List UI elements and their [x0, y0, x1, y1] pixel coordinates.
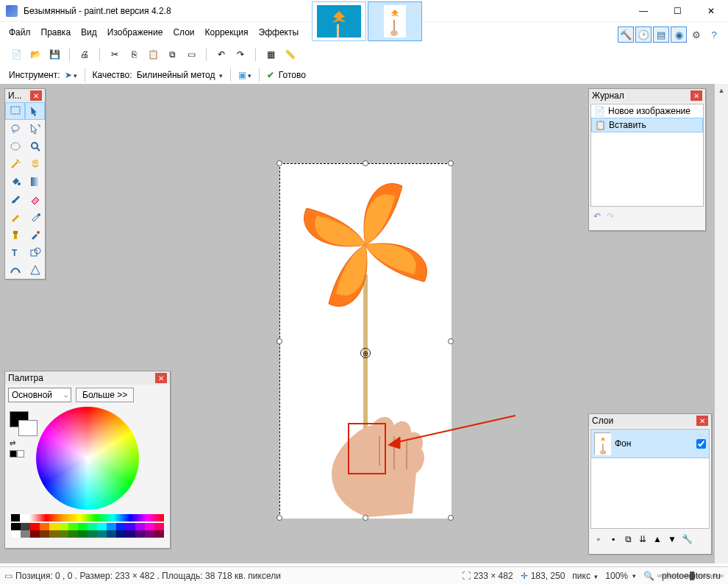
layer-row[interactable]: Фон: [591, 430, 709, 458]
vertical-scrollbar[interactable]: ▲: [715, 84, 728, 563]
help-icon[interactable]: ?: [706, 26, 722, 43]
paste-icon: 📋: [595, 120, 606, 130]
deselect-icon[interactable]: ▭: [184, 47, 199, 62]
units-dropdown[interactable]: пикс ▾: [572, 571, 598, 581]
svg-point-12: [32, 143, 38, 149]
layer-visible-checkbox[interactable]: [696, 439, 706, 449]
tool-zoom[interactable]: [25, 138, 45, 155]
copy-icon[interactable]: ⎘: [126, 47, 141, 62]
minimize-button[interactable]: —: [627, 0, 660, 22]
save-icon[interactable]: 💾: [47, 47, 62, 62]
tool-clone[interactable]: [5, 226, 25, 243]
history-panel[interactable]: Журнал ✕ 📄 Новое изображение 📋 Вставить …: [588, 88, 706, 231]
color-mode-select[interactable]: Основной⌵: [8, 388, 71, 402]
cut-icon[interactable]: ✂: [107, 47, 122, 62]
thumb-doc-2[interactable]: [368, 1, 422, 41]
merge-down-icon[interactable]: ⇊: [636, 533, 649, 546]
tools-panel[interactable]: И... ✕ T: [4, 88, 46, 279]
colors-window-icon[interactable]: ◉: [671, 26, 687, 43]
add-layer-icon[interactable]: ▫: [592, 533, 605, 546]
layer-props-icon[interactable]: 🔧: [680, 533, 693, 546]
tool-ellipse-select[interactable]: [5, 138, 25, 155]
tools-window-icon[interactable]: 🔨: [618, 26, 634, 43]
tool-brush[interactable]: [5, 190, 25, 208]
tool-move-pixels[interactable]: [25, 120, 45, 138]
tool-eraser[interactable]: [25, 190, 45, 208]
menu-image[interactable]: Изображение: [107, 27, 163, 38]
menu-adjust[interactable]: Коррекция: [205, 27, 249, 38]
hue-strip[interactable]: [11, 514, 164, 521]
tool-text[interactable]: T: [5, 243, 25, 261]
svg-text:T: T: [12, 248, 18, 258]
tools-panel-close-icon[interactable]: ✕: [30, 90, 42, 101]
history-item-new[interactable]: 📄 Новое изображение: [591, 104, 703, 118]
move-up-icon[interactable]: ▲: [651, 533, 664, 546]
doc-icon: 📄: [594, 106, 605, 116]
tool-pencil[interactable]: [5, 208, 25, 226]
color-wheel[interactable]: [36, 407, 139, 510]
tool-rect-select[interactable]: [5, 102, 25, 120]
palette-more-button[interactable]: Больше >>: [76, 388, 134, 402]
status-bar: ▭ Позиция: 0 , 0 . Размер: 233 × 482 . П…: [0, 566, 728, 584]
tool-line[interactable]: [5, 261, 25, 279]
menu-layers[interactable]: Слои: [173, 27, 194, 38]
svg-rect-17: [13, 231, 18, 234]
status-check-icon: ✔: [267, 70, 274, 80]
tool-recolor[interactable]: [25, 226, 45, 243]
tool-color-picker[interactable]: [25, 208, 45, 226]
layers-panel[interactable]: Слои ✕ Фон ▫ ▪ ⧉ ⇊ ▲ ▼ 🔧: [588, 413, 712, 555]
menu-effects[interactable]: Эффекты: [259, 27, 299, 38]
color-wheel-cursor[interactable]: [85, 455, 90, 461]
tool-lasso[interactable]: [5, 120, 25, 138]
swatch-row-1[interactable]: [11, 523, 164, 530]
sampling-icon[interactable]: ▣▾: [238, 70, 251, 80]
paste-icon[interactable]: 📋: [146, 47, 160, 62]
secondary-color-swatch[interactable]: [18, 420, 38, 436]
svg-point-19: [37, 231, 40, 234]
history-redo-icon[interactable]: ↷: [607, 211, 614, 221]
tool-gradient[interactable]: [25, 173, 45, 190]
history-close-icon[interactable]: ✕: [690, 90, 702, 101]
quality-value[interactable]: Билинейный метод ▾: [137, 70, 223, 80]
scroll-up-icon[interactable]: ▲: [715, 84, 728, 97]
tool-fill[interactable]: [5, 173, 25, 190]
tool-magic-wand[interactable]: [5, 155, 25, 173]
annotation-box: [348, 423, 386, 474]
delete-layer-icon[interactable]: ▪: [607, 533, 620, 546]
pivot-icon[interactable]: ⊕: [360, 348, 371, 358]
maximize-button[interactable]: ☐: [660, 0, 694, 22]
print-icon[interactable]: 🖨: [77, 47, 92, 62]
ruler-icon[interactable]: 📏: [282, 47, 297, 62]
window-title: Безымянный - paint.net версия 4.2.8: [24, 6, 171, 16]
move-down-icon[interactable]: ▼: [665, 533, 679, 546]
svg-rect-9: [11, 107, 20, 114]
grid-icon[interactable]: ▦: [263, 47, 278, 62]
thumb-doc-1[interactable]: [312, 1, 366, 41]
undo-icon[interactable]: ↶: [214, 47, 229, 62]
layers-window-icon[interactable]: ▤: [653, 26, 669, 43]
tool-shapes[interactable]: [25, 243, 45, 261]
tool-options-bar: Инструмент: ➤▾ Качество: Билинейный мето…: [0, 65, 728, 85]
settings-icon[interactable]: ⚙: [688, 26, 704, 43]
menu-view[interactable]: Вид: [81, 27, 97, 38]
zoom-out-icon[interactable]: 🔍: [643, 571, 654, 581]
tool-shape-outline[interactable]: [25, 261, 45, 279]
tool-move-selection[interactable]: [25, 102, 45, 120]
open-icon[interactable]: 📂: [28, 47, 43, 62]
new-icon[interactable]: 📄: [9, 47, 24, 62]
history-window-icon[interactable]: 🕑: [635, 26, 652, 43]
crop-icon[interactable]: ⧉: [165, 47, 179, 62]
history-item-paste[interactable]: 📋 Вставить: [591, 118, 703, 132]
duplicate-layer-icon[interactable]: ⧉: [621, 533, 635, 546]
menu-file[interactable]: Файл: [9, 27, 31, 38]
history-undo-icon[interactable]: ↶: [593, 211, 601, 221]
redo-icon[interactable]: ↷: [233, 47, 248, 62]
tool-pan[interactable]: [25, 155, 45, 173]
palette-panel[interactable]: Палитра ✕ Основной⌵ Больше >> ⇄: [4, 371, 171, 549]
close-button[interactable]: ✕: [694, 0, 728, 22]
menu-edit[interactable]: Правка: [41, 27, 71, 38]
tool-picker[interactable]: ➤▾: [65, 70, 77, 80]
swatch-row-2[interactable]: [11, 530, 164, 538]
layers-close-icon[interactable]: ✕: [696, 416, 708, 426]
palette-close-icon[interactable]: ✕: [155, 373, 167, 383]
